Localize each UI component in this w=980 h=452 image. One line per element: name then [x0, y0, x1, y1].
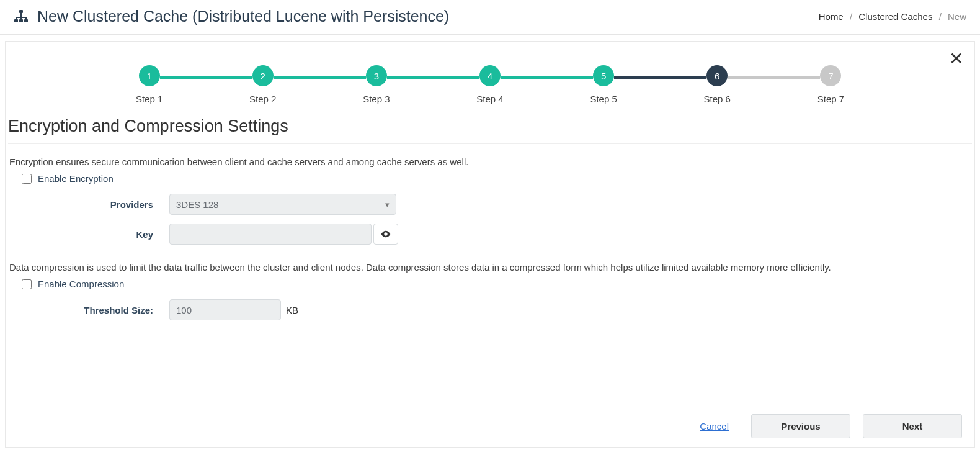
page-header: New Clustered Cache (Distributed Lucene … [0, 0, 980, 35]
wizard-step-5[interactable]: 5Step 5 [547, 65, 661, 104]
step-label: Step 6 [661, 94, 774, 104]
step-connector [501, 76, 593, 79]
enable-compression-row: Enable Compression [22, 279, 972, 289]
wizard-stepper: 1Step 12Step 23Step 34Step 45Step 56Step… [6, 42, 974, 111]
breadcrumb-clustered-caches[interactable]: Clustered Caches [858, 11, 932, 22]
key-input[interactable] [169, 224, 372, 245]
threshold-label: Threshold Size: [8, 305, 169, 315]
encryption-description: Encryption ensures secure communication … [9, 156, 972, 167]
page-title: New Clustered Cache (Distributed Lucene … [37, 7, 449, 25]
enable-encryption-checkbox[interactable] [22, 174, 32, 184]
step-label: Step 3 [319, 94, 433, 104]
wizard-footer: Cancel Previous Next [6, 405, 974, 447]
key-label: Key [8, 229, 169, 240]
breadcrumb-separator: / [939, 11, 942, 22]
key-row: Key [8, 224, 972, 245]
threshold-row: Threshold Size: KB [8, 299, 972, 320]
section-title: Encryption and Compression Settings [8, 113, 972, 144]
svg-rect-0 [19, 10, 23, 13]
enable-compression-label: Enable Compression [38, 279, 124, 289]
providers-row: Providers 3DES 128 ▾ [8, 194, 972, 215]
step-label: Step 7 [774, 94, 888, 104]
step-label: Step 4 [433, 94, 546, 104]
cancel-link[interactable]: Cancel [700, 421, 729, 432]
step-circle: 5 [593, 65, 614, 86]
next-button[interactable]: Next [863, 414, 962, 438]
providers-label: Providers [8, 199, 169, 210]
previous-button[interactable]: Previous [751, 414, 850, 438]
step-connector [614, 76, 706, 79]
providers-select[interactable]: 3DES 128 ▾ [169, 194, 396, 215]
step-connector [274, 76, 366, 79]
enable-encryption-row: Enable Encryption [22, 173, 972, 184]
wizard-step-4[interactable]: 4Step 4 [433, 65, 546, 104]
providers-value: 3DES 128 [176, 199, 218, 210]
wizard-step-1[interactable]: 1Step 1 [92, 65, 206, 104]
threshold-input[interactable] [169, 299, 281, 320]
breadcrumb-current: New [948, 11, 966, 22]
reveal-key-button[interactable] [373, 224, 398, 245]
wizard-step-7[interactable]: 7Step 7 [774, 65, 888, 104]
svg-rect-2 [19, 19, 23, 22]
key-input-group [169, 224, 398, 245]
step-circle: 7 [820, 65, 841, 86]
step-connector [387, 76, 479, 79]
step-circle: 6 [706, 65, 728, 86]
step-circle: 2 [252, 65, 274, 86]
threshold-unit: KB [286, 305, 298, 315]
wizard-step-3[interactable]: 3Step 3 [319, 65, 433, 104]
page-header-left: New Clustered Cache (Distributed Lucene … [14, 7, 449, 25]
step-label: Step 5 [547, 94, 661, 104]
enable-compression-checkbox[interactable] [22, 279, 32, 289]
svg-rect-3 [24, 19, 28, 22]
sitemap-icon [14, 9, 29, 24]
step-circle: 4 [479, 65, 501, 86]
breadcrumb-separator: / [850, 11, 852, 22]
step-connector [160, 76, 252, 79]
wizard-content: Encryption and Compression Settings Encr… [7, 113, 973, 320]
step-connector [728, 76, 820, 79]
breadcrumb: Home / Clustered Caches / New [819, 11, 966, 22]
step-label: Step 1 [92, 94, 206, 104]
step-label: Step 2 [206, 94, 319, 104]
compression-description: Data compression is used to limit the da… [9, 262, 972, 273]
chevron-down-icon: ▾ [385, 200, 390, 209]
breadcrumb-home[interactable]: Home [819, 11, 844, 22]
svg-rect-1 [14, 19, 18, 22]
eye-icon [381, 230, 391, 238]
step-circle: 1 [139, 65, 160, 86]
wizard-panel: ✕ 1Step 12Step 23Step 34Step 45Step 56St… [5, 41, 975, 448]
wizard-step-6[interactable]: 6Step 6 [661, 65, 774, 104]
enable-encryption-label: Enable Encryption [38, 173, 114, 184]
step-circle: 3 [366, 65, 387, 86]
wizard-step-2[interactable]: 2Step 2 [206, 65, 319, 104]
